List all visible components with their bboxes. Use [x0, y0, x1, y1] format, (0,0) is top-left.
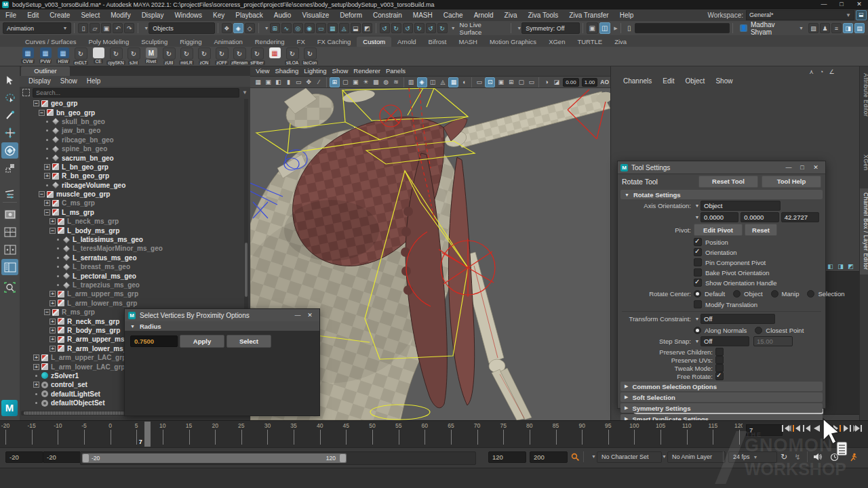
input-connections-icon[interactable]: ↺ [380, 23, 390, 33]
select-tool-icon[interactable] [1, 72, 18, 88]
chevron-down-icon[interactable]: ▼ [242, 89, 248, 96]
checkbox-free-rotate-[interactable] [715, 372, 724, 380]
lasso-select-icon[interactable] [1, 89, 18, 106]
field-chart-icon[interactable]: ⊞ [507, 78, 515, 87]
chevron-down-icon[interactable]: ▼ [694, 339, 701, 344]
performance-runner-icon[interactable] [848, 451, 859, 462]
outliner-item-L_bn_geo_grp[interactable]: +L_bn_geo_grp [20, 163, 243, 171]
outliner-item-L_trapezius_ms_geo[interactable]: L_trapezius_ms_geo [20, 281, 243, 289]
radius-section-header[interactable]: ▼ Radius [125, 321, 319, 331]
playhead[interactable] [144, 422, 151, 447]
menu-deform[interactable]: Deform [334, 10, 368, 21]
workspace-lock-icon[interactable]: ⬓ [856, 10, 867, 20]
outliner-item-sacrum_bn_geo[interactable]: sacrum_bn_geo [20, 153, 243, 162]
wireframe-on-shaded-icon[interactable]: ▦ [448, 77, 458, 87]
cached-playback-icon[interactable]: ↯ [792, 451, 803, 462]
outliner-tab[interactable]: Outliner [21, 66, 70, 76]
symmetry-dropdown[interactable]: Symmetry: Off [521, 22, 580, 34]
quick-input-field[interactable] [635, 23, 730, 33]
outliner-item-geo_grp[interactable]: −geo_grp [20, 99, 243, 108]
shelf-tab-bifrost[interactable]: Bifrost [422, 37, 453, 47]
select-camera-icon[interactable]: ▦ [254, 78, 262, 87]
outliner-item-L_latissimus_ms_geo[interactable]: L_latissimus_ms_geo [20, 235, 243, 244]
shelf-item-CVW[interactable]: ▦CVW [19, 47, 37, 64]
axis-tripod-icon[interactable]: ⋏ [807, 67, 816, 76]
graph-icon[interactable]: ∠ [827, 67, 836, 76]
expand-icon[interactable]: + [50, 300, 56, 306]
construction-history-icon[interactable]: ↻ [414, 23, 425, 33]
outliner-item-L_arm_upper_ms_grp[interactable]: +L_arm_upper_ms_grp [20, 289, 243, 298]
shelf-item-lacCon[interactable]: ↻lacCon [301, 47, 319, 65]
radio-selection[interactable]: Selection [807, 290, 844, 298]
exposure-value[interactable]: 0.00 [563, 78, 579, 87]
redo-icon[interactable]: ↷ [124, 23, 134, 33]
field-selector-icon[interactable]: ▯ [624, 23, 634, 33]
outliner-item-muscle_geo_grp[interactable]: −muscle_geo_grp [20, 190, 243, 199]
undo-icon[interactable]: ↶ [113, 23, 123, 33]
radius-input[interactable]: 0.7500 [130, 336, 178, 347]
shelf-item-CE[interactable]: CE [90, 47, 107, 64]
animation-start-field[interactable]: -20 [5, 451, 43, 463]
two-d-pan-zoom-icon[interactable]: ✥ [304, 78, 313, 87]
menu-constrain[interactable]: Constrain [368, 10, 408, 21]
shelf-tab-animation[interactable]: Animation [208, 37, 248, 47]
axis-orientation-dropdown[interactable]: Object [701, 201, 781, 211]
collapse-icon[interactable]: − [44, 209, 50, 216]
menu-cache[interactable]: Cache [438, 10, 469, 21]
minimize-icon[interactable]: — [782, 164, 795, 171]
workspace-dropdown[interactable]: General* ▼ [746, 10, 854, 20]
checkbox-preserve-children-[interactable] [715, 348, 724, 356]
resolution-gate-icon[interactable]: ⊡ [485, 77, 495, 87]
rotate-tool-icon[interactable] [1, 142, 18, 159]
chevron-down-icon[interactable]: ▼ [517, 26, 521, 30]
viewport-menu-panels[interactable]: Panels [386, 66, 411, 77]
collapse-icon[interactable]: − [50, 228, 56, 234]
go-to-start-icon[interactable] [781, 423, 791, 434]
layout-four-icon[interactable]: ++ [1, 224, 18, 240]
collapse-icon[interactable]: − [39, 110, 45, 116]
xray-joints-icon[interactable]: ◬ [438, 78, 447, 87]
gamma-value[interactable]: 1.00 [582, 78, 598, 87]
outliner-item-L_pectoral_ms_geo[interactable]: L_pectoral_ms_geo [20, 271, 243, 280]
viewport-menu-renderer[interactable]: Renderer [353, 66, 386, 77]
move-tool-icon[interactable] [1, 125, 18, 141]
menu-playback[interactable]: Playback [230, 10, 269, 21]
outliner-item-L_ms_grp[interactable]: −L_ms_grp [20, 208, 243, 217]
menu-windows[interactable]: Windows [169, 10, 208, 21]
image-plane-icon[interactable]: ▭ [294, 78, 303, 87]
outliner-item-L_breast_ms_geo[interactable]: L_breast_ms_geo [20, 262, 243, 271]
outliner-item-ribcageVolume_geo[interactable]: ribcageVolume_geo [20, 181, 243, 190]
animation-end-field[interactable]: 200 [530, 451, 568, 463]
gamma-icon[interactable]: ◪ [552, 78, 561, 87]
shelf-tab-custom[interactable]: Custom [357, 37, 391, 47]
expand-icon[interactable]: + [50, 346, 56, 352]
outliner-item-C_ms_grp[interactable]: +C_ms_grp [20, 199, 243, 207]
expand-icon[interactable]: + [50, 319, 56, 325]
select-hierarchy-icon[interactable]: ❖ [222, 23, 232, 33]
open-scene-icon[interactable]: ▱ [90, 23, 100, 33]
lock-camera-icon[interactable]: ▣ [264, 78, 273, 87]
gate-mask-icon[interactable]: ▣ [496, 78, 505, 87]
step-forward-key-icon[interactable] [842, 423, 852, 434]
checkbox-orientation[interactable] [694, 248, 702, 256]
checkbox-modify-translation[interactable] [694, 300, 702, 308]
paint-select-icon[interactable] [1, 107, 18, 123]
checkbox-preserve-uvs-[interactable] [715, 356, 724, 364]
section-soft-selection[interactable]: ▶Soft Selection [620, 392, 823, 402]
display-layer-icon[interactable]: ◧ [826, 262, 835, 270]
playback-end-field[interactable]: 120 [488, 451, 526, 463]
menu-audio[interactable]: Audio [269, 10, 297, 21]
textured-icon[interactable]: ▣ [351, 78, 360, 87]
shelf-tab-turtle[interactable]: TURTLE [571, 37, 608, 47]
step-snap-amount-field[interactable]: 15.00 [753, 336, 793, 346]
shadows-icon[interactable]: ▩ [372, 78, 380, 87]
transform-constraint-dropdown[interactable]: Off [701, 314, 775, 324]
shelf-item-calendar[interactable]: ▦ [266, 47, 283, 58]
auto-keyframe-icon[interactable] [570, 451, 580, 462]
outliner-item-spine_bn_geo[interactable]: spine_bn_geo [20, 144, 243, 153]
collapse-icon[interactable]: − [44, 309, 50, 315]
exposure-icon[interactable]: ◑ [542, 78, 551, 87]
selection-mask-dropdown[interactable]: Objects [149, 22, 215, 34]
chevron-down-icon[interactable]: ▼ [451, 26, 456, 30]
select-button[interactable]: Select [226, 335, 271, 348]
